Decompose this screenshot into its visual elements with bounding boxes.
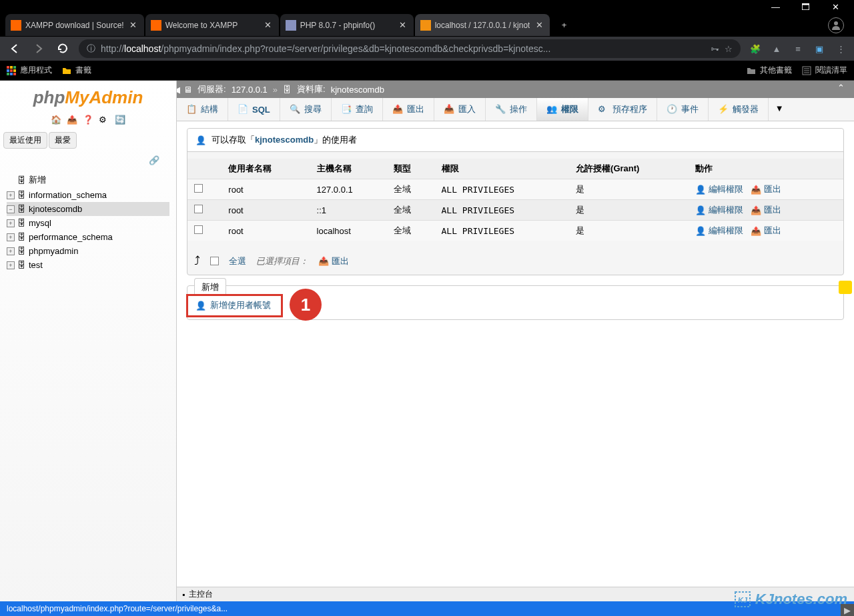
window-close[interactable]: ✕ bbox=[821, 0, 851, 13]
page-settings-icon[interactable]: ⌃ bbox=[837, 83, 851, 96]
reload-icon[interactable]: 🔄 bbox=[115, 115, 125, 125]
col-grant[interactable]: 允許授權(Grant) bbox=[569, 159, 689, 179]
sidebar-toggle[interactable]: ◀ bbox=[177, 83, 182, 96]
collapse-icon[interactable]: − bbox=[7, 205, 15, 213]
favorites-tab[interactable]: 最愛 bbox=[49, 132, 77, 149]
tab-query[interactable]: 📑查詢 bbox=[332, 98, 383, 121]
col-type[interactable]: 類型 bbox=[387, 159, 435, 179]
cell-host: 127.0.0.1 bbox=[310, 179, 387, 200]
new-tab-button[interactable]: + bbox=[554, 16, 573, 35]
tab-structure[interactable]: 📋結構 bbox=[177, 98, 228, 121]
tab-events[interactable]: 🕐事件 bbox=[657, 98, 709, 121]
expand-icon[interactable]: + bbox=[7, 219, 15, 227]
add-user-link[interactable]: 👤 新增使用者帳號 bbox=[195, 299, 271, 311]
recent-tab[interactable]: 最近使用 bbox=[3, 132, 47, 149]
tab-close-icon[interactable]: ✕ bbox=[398, 20, 408, 31]
svg-rect-13 bbox=[13, 73, 16, 75]
db-name[interactable]: kjnotescomdb bbox=[331, 85, 384, 95]
col-host[interactable]: 主機名稱 bbox=[310, 159, 387, 179]
footer-export-link[interactable]: 📤匯出 bbox=[318, 255, 349, 267]
link-icon[interactable]: 🔗 bbox=[149, 155, 159, 165]
new-db-link[interactable]: 🗄 新增 bbox=[7, 172, 169, 188]
star-icon[interactable]: ☆ bbox=[725, 44, 733, 54]
other-label: 其他書籤 bbox=[760, 65, 792, 76]
apps-button[interactable]: 應用程式 bbox=[7, 65, 52, 76]
edit-privileges-link[interactable]: 👤編輯權限 bbox=[695, 225, 743, 237]
logout-icon[interactable]: 📤 bbox=[67, 115, 77, 125]
tabs-more[interactable]: ▼ bbox=[769, 98, 791, 121]
row-checkbox[interactable] bbox=[194, 184, 203, 193]
svg-rect-7 bbox=[13, 66, 16, 69]
export-link[interactable]: 📤匯出 bbox=[751, 204, 781, 216]
scroll-right-icon[interactable]: ▶ bbox=[841, 604, 854, 616]
export-link[interactable]: 📤匯出 bbox=[751, 183, 781, 195]
tree-item-db[interactable]: +🗄information_schema bbox=[7, 188, 169, 202]
browser-tab-4[interactable]: localhost / 127.0.0.1 / kjnot ✕ bbox=[415, 14, 550, 36]
server-name[interactable]: 127.0.0.1 bbox=[232, 85, 268, 95]
tree-item-db-selected[interactable]: −🗄kjnotescomdb bbox=[7, 202, 169, 216]
row-checkbox[interactable] bbox=[194, 225, 203, 234]
tab-operations[interactable]: 🔧操作 bbox=[486, 98, 537, 121]
bookmarks-folder[interactable]: 書籤 bbox=[62, 65, 91, 76]
reading-list[interactable]: 閱讀清單 bbox=[802, 65, 847, 76]
top-tabs: 📋結構 📄SQL 🔍搜尋 📑查詢 📤匯出 📥匯入 🔧操作 👥權限 ⚙預存程序 🕐… bbox=[177, 98, 854, 121]
expand-icon[interactable]: + bbox=[7, 261, 15, 269]
tab-close-icon[interactable]: ✕ bbox=[263, 20, 274, 31]
folder-label: 書籤 bbox=[75, 65, 91, 76]
tree-item-db[interactable]: +🗄test bbox=[7, 258, 169, 272]
back-button[interactable] bbox=[7, 41, 23, 57]
forward-button[interactable] bbox=[31, 41, 47, 57]
tab-routines[interactable]: ⚙預存程序 bbox=[588, 98, 657, 121]
settings-icon[interactable]: ⚙ bbox=[99, 115, 109, 125]
tab-close-icon[interactable]: ✕ bbox=[534, 20, 544, 31]
tab-sql[interactable]: 📄SQL bbox=[228, 98, 280, 121]
select-all-link[interactable]: 全選 bbox=[229, 255, 246, 267]
ext2-icon[interactable]: ≡ bbox=[791, 42, 805, 55]
console-label: 主控台 bbox=[189, 589, 213, 600]
key-icon[interactable]: 🗝 bbox=[711, 44, 719, 54]
col-priv[interactable]: 權限 bbox=[435, 159, 570, 179]
cell-user: root bbox=[222, 179, 310, 200]
expand-icon[interactable]: + bbox=[7, 233, 15, 241]
select-all-checkbox[interactable] bbox=[210, 257, 219, 265]
profile-avatar[interactable] bbox=[828, 17, 844, 33]
window-maximize[interactable]: 🗖 bbox=[791, 0, 821, 13]
url-input[interactable]: ⓘ http://localhost/phpmyadmin/index.php?… bbox=[79, 39, 741, 58]
tab-export[interactable]: 📤匯出 bbox=[383, 98, 434, 121]
browser-tab-1[interactable]: XAMPP download | Source! ✕ bbox=[5, 14, 144, 36]
menu-icon[interactable]: ⋮ bbox=[834, 42, 847, 55]
col-user[interactable]: 使用者名稱 bbox=[222, 159, 310, 179]
tree-item-db[interactable]: +🗄phpmyadmin bbox=[7, 244, 169, 258]
tab-privileges[interactable]: 👥權限 bbox=[537, 98, 588, 121]
home-icon[interactable]: 🏠 bbox=[51, 115, 61, 125]
tab-import[interactable]: 📥匯入 bbox=[434, 98, 486, 121]
reload-button[interactable] bbox=[55, 41, 71, 57]
edit-privileges-link[interactable]: 👤編輯權限 bbox=[695, 183, 743, 195]
server-icon: 🖥 bbox=[183, 85, 192, 95]
tree-item-db[interactable]: +🗄mysql bbox=[7, 216, 169, 230]
export-link[interactable]: 📤匯出 bbox=[751, 225, 781, 237]
sticky-note-icon[interactable] bbox=[839, 281, 852, 294]
folder-icon bbox=[747, 66, 756, 75]
row-checkbox[interactable] bbox=[194, 205, 203, 213]
tab-close-icon[interactable]: ✕ bbox=[128, 20, 139, 31]
expand-icon[interactable]: + bbox=[7, 191, 15, 199]
expand-icon[interactable]: + bbox=[7, 247, 15, 255]
docs-icon[interactable]: ❓ bbox=[83, 115, 93, 125]
import-icon: 📥 bbox=[444, 104, 454, 115]
pma-logo[interactable]: phpMyAdmin bbox=[0, 81, 176, 111]
ext3-icon[interactable]: ▣ bbox=[813, 42, 826, 55]
info-icon[interactable]: ⓘ bbox=[87, 43, 95, 55]
other-bookmarks[interactable]: 其他書籤 bbox=[747, 65, 792, 76]
window-minimize[interactable]: — bbox=[761, 0, 791, 13]
browser-tab-2[interactable]: Welcome to XAMPP ✕ bbox=[145, 14, 279, 36]
tree-item-db[interactable]: +🗄performance_schema bbox=[7, 230, 169, 244]
tab-triggers[interactable]: ⚡觸發器 bbox=[709, 98, 769, 121]
db-icon: 🗄 bbox=[17, 260, 26, 270]
ext1-icon[interactable]: ▲ bbox=[770, 42, 783, 55]
browser-tab-3[interactable]: PHP 8.0.7 - phpinfo() ✕ bbox=[280, 14, 414, 36]
extensions-icon[interactable]: 🧩 bbox=[749, 42, 762, 55]
tab-search[interactable]: 🔍搜尋 bbox=[280, 98, 332, 121]
db-tree: 🗄 新增 +🗄information_schema −🗄kjnotescomdb… bbox=[0, 169, 176, 275]
edit-privileges-link[interactable]: 👤編輯權限 bbox=[695, 204, 743, 216]
